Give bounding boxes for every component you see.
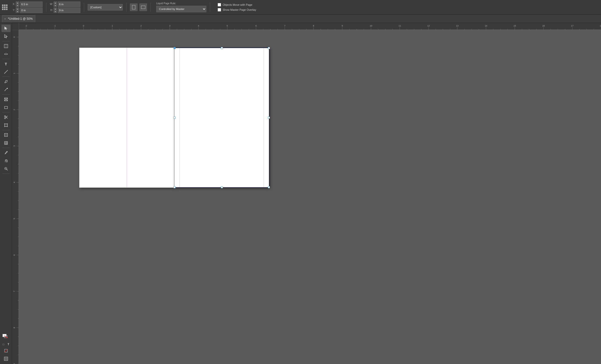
ruler-corner [12, 23, 19, 30]
canvas-area [12, 23, 601, 364]
main-area: T [0, 23, 601, 364]
handle-mid-right[interactable] [268, 117, 270, 119]
h-up-btn[interactable]: ▲ [54, 8, 57, 10]
y-down-btn[interactable]: ▼ [16, 10, 19, 13]
svg-line-36 [7, 169, 8, 170]
zoom-tool-btn[interactable] [2, 165, 11, 172]
w-down-btn[interactable]: ▼ [54, 4, 57, 7]
fill-stroke-group [2, 333, 11, 340]
transform-tool-btn[interactable] [2, 121, 11, 129]
hand-tool-btn[interactable] [2, 157, 11, 164]
canvas-workspace[interactable] [19, 30, 601, 364]
objects-move-label: Objects Move with Page [223, 3, 252, 6]
svg-rect-29 [5, 141, 8, 144]
show-master-checkbox[interactable] [218, 8, 221, 12]
liquid-section: Liquid Page Rule: Controlled by Master [156, 2, 206, 12]
pencil-tool-btn[interactable] [2, 86, 11, 93]
h-input[interactable] [58, 8, 80, 13]
page-left[interactable] [79, 48, 174, 188]
separator-3 [126, 3, 126, 12]
eyedropper-tool-btn[interactable] [2, 149, 11, 156]
top-toolbar: X: ▲ ▼ Y: ▲ ▼ W: ▲ ▼ H: [0, 0, 601, 15]
x-up-btn[interactable]: ▲ [16, 2, 19, 4]
svg-rect-43 [5, 357, 7, 360]
y-up-btn[interactable]: ▲ [16, 8, 19, 10]
svg-rect-23 [7, 124, 8, 124]
y-spinners[interactable]: ▲ ▼ [16, 8, 19, 13]
size-group: W: ▲ ▼ H: ▲ ▼ [50, 2, 80, 13]
app-icon [2, 5, 8, 10]
normal-mode-btn[interactable]: □ [1, 342, 6, 346]
w-label: W: [50, 3, 53, 6]
handle-top-right[interactable] [268, 47, 270, 49]
h-spinners[interactable]: ▲ ▼ [54, 8, 57, 13]
svg-marker-2 [5, 27, 7, 30]
x-input[interactable] [20, 2, 43, 7]
show-master-label: Show Master Page Overlay [223, 8, 256, 11]
view-mode-btn[interactable] [2, 355, 11, 362]
handle-bottom-right[interactable] [268, 186, 270, 188]
w-row: W: ▲ ▼ [50, 2, 80, 7]
x-down-btn[interactable]: ▼ [16, 4, 19, 7]
bottom-tools: □ T [1, 333, 11, 362]
w-up-btn[interactable]: ▲ [54, 2, 57, 4]
page-size-dropdown[interactable]: [Custom] [88, 4, 123, 11]
margin-guide-right-r [264, 48, 264, 187]
tab-close-btn[interactable]: × [4, 17, 6, 20]
tab-title[interactable]: *Untitled-1 @ 50% [8, 17, 33, 21]
image-tool-btn[interactable] [2, 131, 11, 139]
svg-rect-16 [5, 106, 8, 109]
show-master-row: Show Master Page Overlay [218, 8, 256, 12]
line-tool-btn[interactable] [2, 68, 11, 76]
x-spinners[interactable]: ▲ ▼ [16, 2, 19, 7]
svg-rect-22 [4, 124, 5, 124]
erase-tool-btn[interactable] [2, 96, 11, 103]
liquid-rule-dropdown[interactable]: Controlled by Master [156, 6, 206, 12]
direct-select-tool-btn[interactable] [2, 33, 11, 40]
handle-top-left[interactable] [174, 47, 176, 49]
none-color-btn[interactable] [2, 347, 11, 354]
table-tool-btn[interactable] [2, 139, 11, 147]
position-group: X: ▲ ▼ Y: ▲ ▼ [12, 2, 43, 13]
w-input[interactable] [58, 2, 80, 7]
tool-sep-1 [2, 41, 10, 41]
rectangle-tool-btn[interactable] [2, 104, 11, 111]
handle-bottom-left[interactable] [174, 186, 176, 188]
tool-sep-3 [2, 77, 10, 77]
tool-sep-5 [2, 112, 10, 112]
margin-guide-left [127, 48, 127, 188]
h-row: H: ▲ ▼ [50, 8, 80, 13]
text-mode-btn[interactable]: T [6, 342, 11, 346]
ruler-horizontal [19, 23, 601, 30]
handle-top-center[interactable] [221, 47, 223, 49]
svg-rect-24 [4, 126, 5, 127]
pen-tool-btn[interactable] [2, 78, 11, 85]
page-right[interactable] [174, 48, 269, 188]
svg-line-10 [4, 70, 8, 74]
objects-move-checkbox[interactable] [218, 3, 221, 7]
scissors-tool-btn[interactable] [2, 113, 11, 121]
ruler-vertical [12, 30, 19, 364]
selection-tool-btn[interactable] [2, 25, 11, 32]
ruler-v-canvas [12, 30, 19, 364]
h-down-btn[interactable]: ▼ [54, 10, 57, 13]
text-tool-icon: T [5, 62, 7, 66]
handle-mid-left[interactable] [174, 117, 176, 119]
y-input[interactable] [20, 8, 43, 13]
y-label: Y: [12, 9, 15, 12]
svg-rect-0 [132, 5, 135, 9]
left-toolbar: T [0, 23, 12, 364]
gap-tool-btn[interactable] [2, 50, 11, 58]
page-tool-btn[interactable] [2, 42, 11, 50]
stroke-swatch[interactable] [4, 335, 8, 338]
pages-spread [79, 48, 269, 188]
w-spinners[interactable]: ▲ ▼ [54, 2, 57, 7]
tool-sep-4 [2, 94, 10, 95]
handle-bottom-center[interactable] [221, 186, 223, 188]
mode-buttons: □ T [1, 342, 11, 346]
h-label: H: [50, 9, 53, 12]
portrait-btn[interactable] [130, 4, 137, 11]
text-tool-btn[interactable]: T [2, 60, 11, 68]
svg-line-41 [5, 349, 8, 352]
landscape-btn[interactable] [139, 4, 147, 11]
